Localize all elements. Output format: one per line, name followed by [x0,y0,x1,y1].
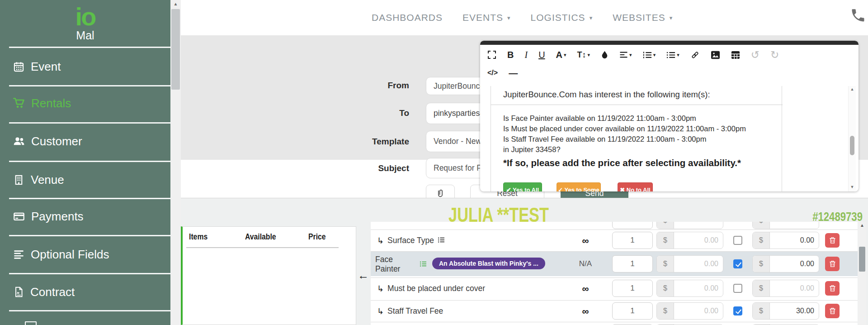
redo-icon[interactable]: ↻ [770,49,779,61]
main-nav: DASHBOARDS EVENTS▾ LOGISTICS▾ WEBSITES▾ [372,0,673,35]
delete-item-button[interactable] [825,281,840,296]
item-menu-icon[interactable] [420,261,427,269]
page-scrollbar[interactable]: ▲ [170,0,181,325]
chevron-down-icon: ▾ [507,14,511,21]
availability-na: N/A [570,252,601,276]
undo-icon[interactable]: ↺ [751,49,760,61]
price-input[interactable]: 0.00 [674,256,723,272]
currency-prefix: $ [753,303,770,319]
scrollbar-thumb[interactable] [850,136,854,155]
phone-icon[interactable] [850,7,866,24]
bold-icon[interactable]: B [507,50,514,60]
price-input-group[interactable]: $0.00 [656,302,723,320]
price-input-group[interactable]: $ [752,222,819,229]
nav-dashboards[interactable]: DASHBOARDS [372,12,443,23]
scroll-up-icon[interactable]: ▲ [858,223,866,228]
app-logo[interactable]: io [0,2,170,31]
kit-badge[interactable]: An Absolute Blast with Pinky's ... [432,258,545,269]
availability-checkbox[interactable] [733,284,742,293]
price-input-group[interactable]: $0.00 [656,280,723,297]
delete-item-button[interactable] [825,257,840,271]
quantity-input[interactable]: 1 [612,255,653,272]
table-icon[interactable] [731,51,740,59]
scrollbar-thumb[interactable] [859,247,865,272]
ordered-list-icon[interactable]: ▾ [643,51,656,59]
sidebar-item-rentals[interactable]: Rentals [0,94,170,113]
font-size-icon[interactable]: T↕▾ [577,50,590,60]
total-input-group[interactable]: $0.00 [752,255,819,272]
fullscreen-icon[interactable] [487,50,496,59]
price-input-group[interactable]: $0.00 [656,232,723,249]
divider [9,122,170,124]
total-input[interactable]: 30.00 [770,303,819,319]
nav-websites[interactable]: WEBSITES▾ [613,12,673,23]
sidebar-item-optional-fields[interactable]: Optional Fields [0,245,170,264]
quantity-input[interactable]: 1 [612,232,653,249]
scroll-up-icon[interactable]: ▲ [849,87,856,91]
sidebar-item-label: Payments [31,210,84,224]
total-input[interactable]: 0.00 [770,256,819,272]
quantity-input[interactable]: 1 [612,280,653,297]
total-input-group[interactable]: $0.00 [752,280,819,297]
price-input-group[interactable]: $ [656,222,723,229]
availability-checkbox[interactable] [733,306,742,315]
align-icon[interactable]: ▾ [619,51,632,58]
delete-item-button[interactable] [825,304,840,318]
scroll-down-icon[interactable]: ▼ [849,185,856,189]
column-header-items: Items [189,232,208,242]
availability-checkbox[interactable] [733,259,742,268]
sidebar-item-payments[interactable]: Payments [0,207,170,226]
sidebar-item-venue[interactable]: Venue [0,170,170,189]
link-icon[interactable] [690,50,700,60]
hr-icon[interactable]: — [509,68,518,78]
sidebar-item-customer[interactable]: Customer [0,132,170,151]
scroll-up-icon[interactable]: ▲ [170,0,181,8]
editor-scrollbar[interactable]: ▲ ▼ [848,86,856,191]
price-input[interactable]: 0.00 [674,303,723,319]
nav-events[interactable]: EVENTS▾ [462,12,511,23]
sub-item-arrow-icon: ↳ [377,236,384,246]
table-row: ↳ Must be placed under cover ∞ 1 $0.00 $… [371,277,858,299]
italic-icon[interactable]: I [524,50,528,60]
sidebar-item-event[interactable]: Event [0,57,170,76]
trash-icon [829,237,836,244]
quantity-input[interactable] [612,222,653,229]
price-input-group[interactable]: $0.00 [656,255,723,272]
yes-to-some-button[interactable]: ✓ Yes to Some [557,182,601,191]
price-input[interactable]: 0.00 [674,232,723,249]
item-name: ↳ Must be placed under cover [377,278,485,299]
underline-icon[interactable]: U [538,50,545,60]
highlight-icon[interactable] [601,50,609,59]
calendar-icon [13,61,25,73]
currency-prefix: $ [657,303,674,319]
price-input[interactable]: 0.00 [674,280,723,296]
email-line: Is Face Painter available on 11/19/2022 … [503,114,696,123]
email-body[interactable]: JupiterBounce.Com has interest in the fo… [491,86,782,191]
availability-checkbox[interactable] [733,236,742,245]
total-input-group[interactable]: $0.00 [752,232,819,249]
no-to-all-button[interactable]: ✖ No to All [618,182,653,191]
scrollbar-thumb[interactable] [171,9,180,90]
yes-to-all-button[interactable]: ✔ Yes to All [503,182,542,191]
bullet-list-icon[interactable]: ▾ [666,51,679,59]
nav-logistics[interactable]: LOGISTICS▾ [531,12,593,23]
font-color-icon[interactable]: A▾ [556,50,566,60]
subject-label: Subject [353,163,409,173]
total-input[interactable]: 0.00 [770,232,819,249]
nav-label: LOGISTICS [531,12,585,23]
collapse-panel-arrow[interactable]: ← [358,269,369,282]
sidebar-item-label: Contract [30,285,75,299]
paperclip-icon [435,189,445,199]
total-input[interactable]: 0.00 [770,280,819,296]
sidebar-item-contract[interactable]: Contract [0,282,170,301]
item-menu-icon[interactable] [438,236,445,245]
template-label: Template [353,137,409,147]
table-scrollbar[interactable]: ▲ [858,222,866,325]
code-icon[interactable]: </> [487,69,498,77]
quantity-input[interactable]: 1 [612,302,653,320]
currency-prefix: $ [753,256,770,272]
image-icon[interactable] [711,51,720,59]
total-input-group[interactable]: $30.00 [752,302,819,320]
delete-item-button[interactable] [825,233,840,248]
sidebar-item-label: Customer [31,134,82,148]
